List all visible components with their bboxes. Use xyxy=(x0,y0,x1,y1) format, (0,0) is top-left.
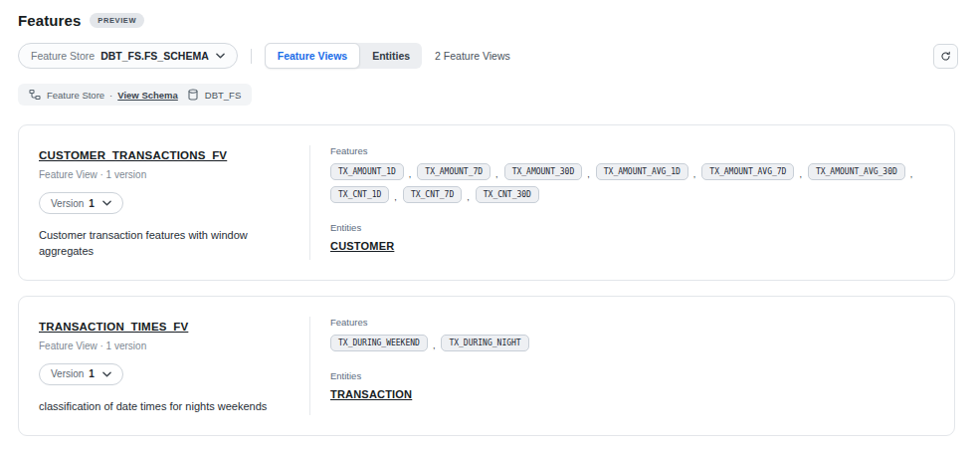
refresh-icon xyxy=(940,51,951,62)
database-icon xyxy=(187,89,199,101)
feature-chip: TX_DURING_WEEKEND xyxy=(330,335,428,351)
features-section-label: Features xyxy=(330,317,934,328)
tab-feature-views[interactable]: Feature Views xyxy=(265,43,360,69)
version-value: 1 xyxy=(89,198,95,209)
feature-chip: TX_AMOUNT_1D xyxy=(330,163,404,180)
feature-chip: TX_AMOUNT_AVG_30D xyxy=(808,163,905,180)
feature-view-list: CUSTOMER_TRANSACTIONS_FV Feature View · … xyxy=(0,124,980,436)
version-dropdown[interactable]: Version 1 xyxy=(39,192,123,214)
feature-chip: TX_CNT_7D xyxy=(403,186,462,203)
tab-entities[interactable]: Entities xyxy=(360,43,422,69)
features-section-label: Features xyxy=(330,145,934,156)
feature-chip: TX_DURING_NIGHT xyxy=(441,335,528,351)
feature-chip-list: TX_AMOUNT_1D,TX_AMOUNT_7D,TX_AMOUNT_30D,… xyxy=(330,163,927,203)
feature-view-description: classification of date times for nights … xyxy=(39,399,286,415)
chip-separator: , xyxy=(693,169,696,179)
chip-separator: , xyxy=(433,340,436,350)
refresh-button[interactable] xyxy=(933,44,958,69)
chip-separator: , xyxy=(467,192,470,202)
entities-section: Entities CUSTOMER xyxy=(330,222,934,254)
feature-chip: TX_AMOUNT_AVG_7D xyxy=(701,163,794,180)
version-dropdown[interactable]: Version 1 xyxy=(39,363,123,385)
page-title: Features xyxy=(18,12,81,29)
version-label: Version xyxy=(51,198,84,209)
feature-chip: TX_CNT_30D xyxy=(476,186,539,203)
feature-view-card-customer-transactions: CUSTOMER_TRANSACTIONS_FV Feature View · … xyxy=(18,124,955,281)
chip-separator: , xyxy=(409,169,412,179)
feature-chip: TX_AMOUNT_AVG_1D xyxy=(596,163,688,180)
breadcrumb: Feature Store · View Schema DBT_FS xyxy=(18,84,252,106)
card-summary: TRANSACTION_TIMES_FV Feature View · 1 ve… xyxy=(39,317,309,415)
card-details: Features TX_DURING_WEEKEND,TX_DURING_NIG… xyxy=(310,317,934,415)
chip-separator: , xyxy=(495,169,498,179)
feature-views-count: 2 Feature Views xyxy=(435,50,510,62)
breadcrumb-separator: · xyxy=(109,90,112,101)
feature-view-meta: Feature View · 1 version xyxy=(39,340,290,351)
feature-chip-list: TX_DURING_WEEKEND,TX_DURING_NIGHT xyxy=(330,335,927,351)
feature-store-icon xyxy=(29,89,41,101)
feature-view-title-link[interactable]: TRANSACTION_TIMES_FV xyxy=(39,321,188,333)
breadcrumb-row: Feature Store · View Schema DBT_FS xyxy=(0,84,980,106)
page-header: Features PREVIEW xyxy=(0,0,980,29)
entities-section-label: Entities xyxy=(330,370,934,381)
card-details: Features TX_AMOUNT_1D,TX_AMOUNT_7D,TX_AM… xyxy=(310,145,934,260)
feature-store-value: DBT_FS.FS_SCHEMA xyxy=(100,50,209,62)
chip-separator: , xyxy=(587,169,590,179)
chip-separator: , xyxy=(394,192,397,202)
toolbar-divider xyxy=(251,49,252,64)
entity-link[interactable]: CUSTOMER xyxy=(330,240,394,252)
version-value: 1 xyxy=(89,368,95,379)
feature-view-meta: Feature View · 1 version xyxy=(39,169,290,180)
view-switcher: Feature Views Entities xyxy=(265,43,422,69)
chip-separator: , xyxy=(799,169,802,179)
breadcrumb-store-label: Feature Store xyxy=(47,90,104,101)
toolbar: Feature Store DBT_FS.FS_SCHEMA Feature V… xyxy=(0,43,980,69)
chevron-down-icon xyxy=(216,53,225,59)
chevron-down-icon xyxy=(102,371,111,377)
entities-section-label: Entities xyxy=(330,222,934,233)
feature-store-label: Feature Store xyxy=(31,50,95,62)
feature-chip: TX_AMOUNT_30D xyxy=(504,163,583,180)
feature-view-title-link[interactable]: CUSTOMER_TRANSACTIONS_FV xyxy=(39,149,227,161)
entity-link[interactable]: TRANSACTION xyxy=(330,388,412,400)
chip-separator: , xyxy=(910,169,913,179)
feature-chip: TX_AMOUNT_7D xyxy=(417,163,490,180)
card-summary: CUSTOMER_TRANSACTIONS_FV Feature View · … xyxy=(39,145,309,260)
breadcrumb-database-name: DBT_FS xyxy=(205,90,241,101)
feature-store-dropdown[interactable]: Feature Store DBT_FS.FS_SCHEMA xyxy=(18,43,238,69)
preview-badge: PREVIEW xyxy=(90,13,144,28)
view-schema-link[interactable]: View Schema xyxy=(117,90,178,101)
feature-view-description: Customer transaction features with windo… xyxy=(39,228,286,260)
entities-section: Entities TRANSACTION xyxy=(330,370,934,402)
feature-view-card-transaction-times: TRANSACTION_TIMES_FV Feature View · 1 ve… xyxy=(18,296,955,436)
chevron-down-icon xyxy=(102,200,111,206)
version-label: Version xyxy=(51,368,84,379)
feature-chip: TX_CNT_1D xyxy=(330,186,389,203)
